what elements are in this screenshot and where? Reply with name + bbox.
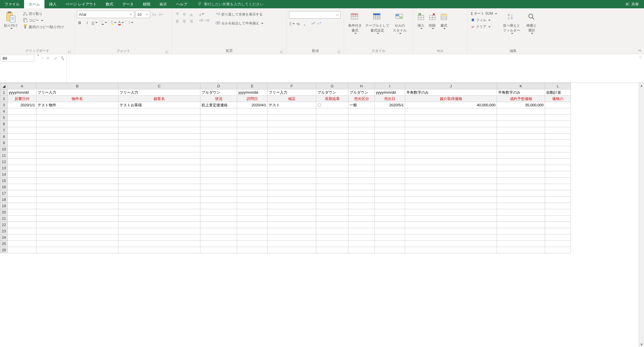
cell[interactable] [375, 115, 405, 121]
column-header[interactable]: D [200, 83, 237, 89]
cell[interactable] [268, 140, 316, 146]
cell[interactable]: 売出区分 [348, 96, 375, 102]
cell[interactable] [375, 159, 405, 165]
cell[interactable] [497, 197, 545, 203]
cell[interactable] [316, 178, 348, 184]
tab-file[interactable]: ファイル [0, 0, 24, 8]
cell[interactable] [405, 108, 497, 115]
formula-bar-input[interactable] [67, 54, 637, 83]
cell[interactable] [118, 222, 200, 228]
clipboard-launcher-icon[interactable] [68, 50, 71, 53]
cell[interactable] [348, 134, 375, 140]
font-name-select[interactable]: Arial [77, 11, 134, 18]
cell[interactable] [375, 197, 405, 203]
cell[interactable] [268, 146, 316, 152]
cell[interactable] [118, 203, 200, 209]
cell[interactable] [348, 228, 375, 234]
cell[interactable]: 補足 [268, 96, 316, 102]
cell[interactable] [268, 159, 316, 165]
cell[interactable] [268, 121, 316, 127]
cell[interactable] [497, 159, 545, 165]
cell[interactable] [268, 127, 316, 134]
cell[interactable] [200, 197, 237, 203]
cell[interactable] [268, 222, 316, 228]
align-middle-button[interactable] [181, 11, 188, 17]
cell[interactable] [545, 222, 571, 228]
cell[interactable] [375, 140, 405, 146]
cell[interactable] [268, 197, 316, 203]
cell[interactable] [497, 108, 545, 115]
cell[interactable] [545, 165, 571, 171]
cell[interactable] [200, 121, 237, 127]
cell[interactable] [375, 247, 405, 253]
merge-center-button[interactable]: セルを結合して中央揃え [214, 20, 265, 27]
cell[interactable]: 価格の [545, 96, 571, 102]
cell[interactable] [36, 165, 118, 171]
cell[interactable] [118, 134, 200, 140]
row-header[interactable]: 8 [0, 134, 8, 140]
cell[interactable] [8, 146, 36, 152]
cell[interactable] [348, 178, 375, 184]
cell[interactable]: 成約予想価格 [497, 96, 545, 102]
name-box-input[interactable] [1, 55, 34, 62]
cell[interactable] [375, 121, 405, 127]
cell[interactable] [118, 108, 200, 115]
cell[interactable] [375, 222, 405, 228]
cell[interactable] [8, 234, 36, 241]
cell[interactable] [405, 209, 497, 215]
spreadsheet-table[interactable]: ◢ABCDEFGHIJKL1yyyy/mm/ddフリー入力フリー入力プルダウンy… [0, 83, 571, 253]
cell[interactable] [36, 203, 118, 209]
cell[interactable]: 40,000,000 [405, 102, 497, 108]
cell[interactable] [375, 178, 405, 184]
cell[interactable] [405, 215, 497, 222]
cell[interactable] [375, 241, 405, 247]
column-header[interactable]: I [375, 83, 405, 89]
cell[interactable] [200, 127, 237, 134]
cell-styles-button[interactable]: セルの スタイル [391, 9, 408, 35]
column-header[interactable]: F [268, 83, 316, 89]
cell[interactable] [316, 203, 348, 209]
cell[interactable] [268, 228, 316, 234]
collapse-ribbon-button[interactable] [638, 49, 642, 54]
cell[interactable]: yyyy/mm/dd [237, 89, 268, 96]
cell[interactable] [316, 108, 348, 115]
cell[interactable] [200, 108, 237, 115]
copy-button[interactable]: コピー [22, 17, 65, 24]
cell[interactable] [348, 165, 375, 171]
row-header[interactable]: 3 [0, 102, 8, 108]
cell[interactable] [375, 184, 405, 190]
cell[interactable] [36, 127, 118, 134]
row-header[interactable]: 7 [0, 127, 8, 134]
cell[interactable] [8, 134, 36, 140]
row-header[interactable]: 24 [0, 234, 8, 241]
increase-indent-button[interactable] [205, 18, 210, 24]
cell[interactable] [497, 165, 545, 171]
cell[interactable] [405, 203, 497, 209]
cell[interactable] [36, 134, 118, 140]
cell[interactable] [545, 241, 571, 247]
cell[interactable] [348, 190, 375, 197]
cell[interactable] [545, 152, 571, 159]
cell[interactable] [405, 115, 497, 121]
cell[interactable]: テスト物件 [36, 102, 118, 108]
insert-cells-button[interactable]: 挿入 [415, 9, 427, 30]
column-header[interactable]: L [545, 83, 571, 89]
number-launcher-icon[interactable] [337, 50, 341, 53]
cell[interactable] [237, 115, 268, 121]
font-size-select[interactable]: 10 [135, 11, 150, 18]
cell[interactable] [545, 178, 571, 184]
cell[interactable] [237, 146, 268, 152]
cell[interactable] [36, 152, 118, 159]
paste-button[interactable]: 貼り付け [2, 9, 19, 30]
tab-formulas[interactable]: 数式 [101, 0, 118, 8]
cell[interactable] [118, 127, 200, 134]
cell[interactable] [348, 140, 375, 146]
row-header[interactable]: 20 [0, 209, 8, 215]
autosum-button[interactable]: Σ オート SUM [470, 11, 498, 17]
cell[interactable] [545, 134, 571, 140]
wrap-text-button[interactable]: ab 折り返して全体を表示する [214, 11, 265, 18]
cell[interactable] [200, 146, 237, 152]
cell[interactable] [545, 190, 571, 197]
cell[interactable] [268, 190, 316, 197]
cell[interactable] [545, 209, 571, 215]
